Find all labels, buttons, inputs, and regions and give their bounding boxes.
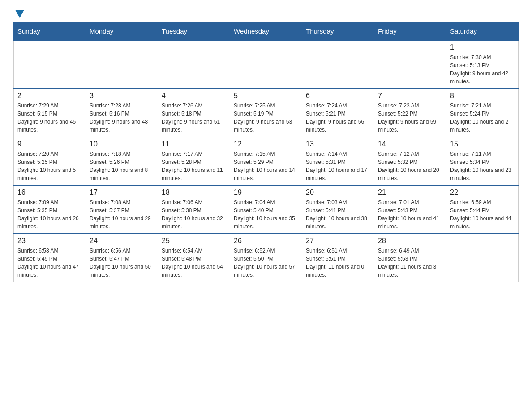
calendar-week-row: 1Sunrise: 7:30 AMSunset: 5:13 PMDaylight… [14, 40, 519, 89]
calendar-cell: 20Sunrise: 7:03 AMSunset: 5:41 PMDayligh… [302, 185, 374, 234]
day-info: Sunrise: 7:29 AMSunset: 5:15 PMDaylight:… [17, 102, 82, 134]
day-number: 9 [17, 140, 82, 148]
weekday-header-tuesday: Tuesday [158, 23, 230, 40]
day-info: Sunrise: 7:28 AMSunset: 5:16 PMDaylight:… [90, 102, 154, 134]
calendar-cell [14, 40, 86, 89]
calendar-cell [86, 40, 158, 89]
calendar-cell: 12Sunrise: 7:15 AMSunset: 5:29 PMDayligh… [230, 137, 302, 185]
calendar-cell [302, 40, 374, 89]
calendar-table: SundayMondayTuesdayWednesdayThursdayFrid… [13, 22, 519, 282]
day-info: Sunrise: 6:49 AMSunset: 5:53 PMDaylight:… [378, 247, 442, 279]
day-number: 21 [378, 188, 442, 197]
day-info: Sunrise: 7:21 AMSunset: 5:24 PMDaylight:… [450, 102, 515, 134]
day-info: Sunrise: 6:51 AMSunset: 5:51 PMDaylight:… [306, 247, 370, 279]
calendar-cell: 6Sunrise: 7:24 AMSunset: 5:21 PMDaylight… [302, 89, 374, 137]
day-info: Sunrise: 7:30 AMSunset: 5:13 PMDaylight:… [450, 53, 515, 86]
day-info: Sunrise: 7:26 AMSunset: 5:18 PMDaylight:… [162, 102, 226, 134]
day-number: 3 [90, 92, 154, 100]
day-number: 8 [450, 92, 515, 100]
calendar-cell: 18Sunrise: 7:06 AMSunset: 5:38 PMDayligh… [158, 185, 230, 234]
calendar-cell [158, 40, 230, 89]
calendar-cell [374, 40, 446, 89]
day-number: 4 [162, 92, 226, 100]
weekday-header-thursday: Thursday [302, 23, 374, 40]
weekday-header-monday: Monday [86, 23, 158, 40]
calendar-cell: 27Sunrise: 6:51 AMSunset: 5:51 PMDayligh… [302, 234, 374, 282]
day-number: 11 [162, 140, 226, 148]
day-number: 6 [306, 92, 370, 100]
calendar-cell: 9Sunrise: 7:20 AMSunset: 5:25 PMDaylight… [14, 137, 86, 185]
day-number: 1 [450, 43, 515, 51]
day-number: 22 [450, 188, 515, 197]
day-info: Sunrise: 7:24 AMSunset: 5:21 PMDaylight:… [306, 102, 370, 134]
weekday-header-saturday: Saturday [446, 23, 519, 40]
calendar-cell: 8Sunrise: 7:21 AMSunset: 5:24 PMDaylight… [446, 89, 519, 137]
day-number: 13 [306, 140, 370, 148]
day-number: 20 [306, 188, 370, 197]
calendar-cell: 19Sunrise: 7:04 AMSunset: 5:40 PMDayligh… [230, 185, 302, 234]
day-info: Sunrise: 6:56 AMSunset: 5:47 PMDaylight:… [90, 247, 154, 279]
calendar-cell: 1Sunrise: 7:30 AMSunset: 5:13 PMDaylight… [446, 40, 519, 89]
calendar-cell: 4Sunrise: 7:26 AMSunset: 5:18 PMDaylight… [158, 89, 230, 137]
day-number: 25 [162, 237, 226, 245]
day-number: 17 [90, 188, 154, 197]
day-info: Sunrise: 7:18 AMSunset: 5:26 PMDaylight:… [90, 150, 154, 182]
calendar-cell: 25Sunrise: 6:54 AMSunset: 5:48 PMDayligh… [158, 234, 230, 282]
day-number: 14 [378, 140, 442, 148]
logo-blue-part [13, 9, 25, 18]
page-header [13, 9, 519, 18]
day-number: 19 [234, 188, 298, 197]
calendar-cell: 16Sunrise: 7:09 AMSunset: 5:35 PMDayligh… [14, 185, 86, 234]
day-number: 24 [90, 237, 154, 245]
calendar-cell: 5Sunrise: 7:25 AMSunset: 5:19 PMDaylight… [230, 89, 302, 137]
calendar-cell: 2Sunrise: 7:29 AMSunset: 5:15 PMDaylight… [14, 89, 86, 137]
day-number: 28 [378, 237, 442, 245]
logo-triangle-icon [15, 10, 24, 18]
calendar-cell: 21Sunrise: 7:01 AMSunset: 5:43 PMDayligh… [374, 185, 446, 234]
day-number: 27 [306, 237, 370, 245]
day-number: 12 [234, 140, 298, 148]
day-info: Sunrise: 7:14 AMSunset: 5:31 PMDaylight:… [306, 150, 370, 182]
day-info: Sunrise: 7:11 AMSunset: 5:34 PMDaylight:… [450, 150, 515, 182]
day-info: Sunrise: 7:08 AMSunset: 5:37 PMDaylight:… [90, 198, 154, 231]
logo [13, 9, 25, 18]
day-number: 15 [450, 140, 515, 148]
calendar-cell [446, 234, 519, 282]
day-number: 7 [378, 92, 442, 100]
day-number: 18 [162, 188, 226, 197]
day-info: Sunrise: 6:54 AMSunset: 5:48 PMDaylight:… [162, 247, 226, 279]
day-info: Sunrise: 7:12 AMSunset: 5:32 PMDaylight:… [378, 150, 442, 182]
calendar-cell: 13Sunrise: 7:14 AMSunset: 5:31 PMDayligh… [302, 137, 374, 185]
calendar-week-row: 16Sunrise: 7:09 AMSunset: 5:35 PMDayligh… [14, 185, 519, 234]
day-number: 26 [234, 237, 298, 245]
calendar-cell: 28Sunrise: 6:49 AMSunset: 5:53 PMDayligh… [374, 234, 446, 282]
calendar-cell: 23Sunrise: 6:58 AMSunset: 5:45 PMDayligh… [14, 234, 86, 282]
calendar-cell: 7Sunrise: 7:23 AMSunset: 5:22 PMDaylight… [374, 89, 446, 137]
calendar-cell: 11Sunrise: 7:17 AMSunset: 5:28 PMDayligh… [158, 137, 230, 185]
day-info: Sunrise: 7:17 AMSunset: 5:28 PMDaylight:… [162, 150, 226, 182]
calendar-cell: 26Sunrise: 6:52 AMSunset: 5:50 PMDayligh… [230, 234, 302, 282]
weekday-header-row: SundayMondayTuesdayWednesdayThursdayFrid… [14, 23, 519, 40]
calendar-week-row: 23Sunrise: 6:58 AMSunset: 5:45 PMDayligh… [14, 234, 519, 282]
calendar-cell: 22Sunrise: 6:59 AMSunset: 5:44 PMDayligh… [446, 185, 519, 234]
calendar-cell: 15Sunrise: 7:11 AMSunset: 5:34 PMDayligh… [446, 137, 519, 185]
day-info: Sunrise: 6:52 AMSunset: 5:50 PMDaylight:… [234, 247, 298, 279]
day-info: Sunrise: 7:20 AMSunset: 5:25 PMDaylight:… [17, 150, 82, 182]
day-number: 10 [90, 140, 154, 148]
calendar-cell: 14Sunrise: 7:12 AMSunset: 5:32 PMDayligh… [374, 137, 446, 185]
calendar-week-row: 2Sunrise: 7:29 AMSunset: 5:15 PMDaylight… [14, 89, 519, 137]
weekday-header-wednesday: Wednesday [230, 23, 302, 40]
day-number: 16 [17, 188, 82, 197]
calendar-cell: 10Sunrise: 7:18 AMSunset: 5:26 PMDayligh… [86, 137, 158, 185]
day-info: Sunrise: 7:04 AMSunset: 5:40 PMDaylight:… [234, 198, 298, 231]
calendar-cell [230, 40, 302, 89]
day-number: 23 [17, 237, 82, 245]
day-info: Sunrise: 6:59 AMSunset: 5:44 PMDaylight:… [450, 198, 515, 231]
weekday-header-sunday: Sunday [14, 23, 86, 40]
day-info: Sunrise: 7:25 AMSunset: 5:19 PMDaylight:… [234, 102, 298, 134]
weekday-header-friday: Friday [374, 23, 446, 40]
day-info: Sunrise: 7:01 AMSunset: 5:43 PMDaylight:… [378, 198, 442, 231]
calendar-cell: 17Sunrise: 7:08 AMSunset: 5:37 PMDayligh… [86, 185, 158, 234]
day-number: 5 [234, 92, 298, 100]
calendar-week-row: 9Sunrise: 7:20 AMSunset: 5:25 PMDaylight… [14, 137, 519, 185]
